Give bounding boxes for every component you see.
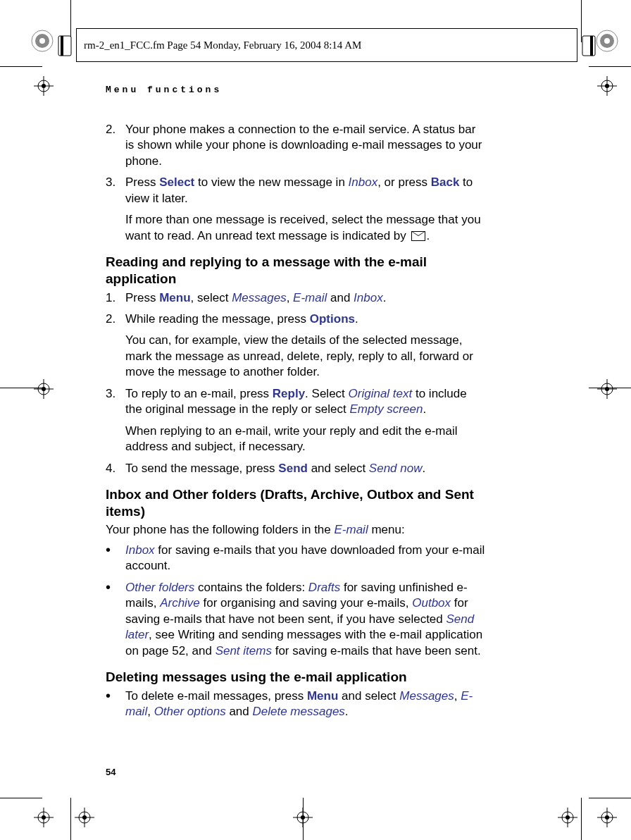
registration-mark-icon [75,808,94,827]
delete-bullets-list: •To delete e-mail messages, press Menu a… [106,688,486,720]
svg-rect-45 [590,36,593,56]
bullet-icon: • [106,543,125,574]
list-item: 4.To send the message, press Send and se… [106,461,486,476]
list-item: 2.Your phone makes a connection to the e… [106,122,486,169]
heading-reading: Reading and replying to a message with t… [106,254,486,288]
list-item: •Inbox for saving e-mails that you have … [106,543,486,574]
step-number: 4. [106,461,125,476]
envelope-icon [411,231,425,241]
intro-steps-list: 2.Your phone makes a connection to the e… [106,122,486,244]
step-number: 3. [106,175,125,244]
step-number: 3. [106,386,125,455]
list-item: •Other folders contains the folders: Dra… [106,580,486,659]
step-number: 1. [106,290,125,306]
registration-mark-icon [597,379,617,399]
page-content: Menu functions 2.Your phone makes a conn… [106,85,486,730]
reading-steps-list: 1.Press Menu, select Messages, E-mail an… [106,290,486,476]
inbox-intro: Your phone has the following folders in … [106,522,486,538]
svg-rect-43 [61,36,63,56]
bullet-icon: • [106,688,125,720]
crop-mark [589,798,631,798]
list-item: 1.Press Menu, select Messages, E-mail an… [106,290,486,306]
crop-mark [70,798,71,840]
crop-mark [589,66,631,67]
print-header: rm-2_en1_FCC.fm Page 54 Monday, February… [76,28,577,62]
step-number: 2. [106,311,125,381]
book-spine-icon [581,35,596,60]
color-target-icon [31,30,54,52]
section-label: Menu functions [106,85,486,95]
svg-rect-44 [582,36,595,56]
heading-inbox: Inbox and Other folders (Drafts, Archive… [106,486,486,520]
color-target-icon [596,30,618,52]
crop-mark [581,798,582,840]
step-number: 2. [106,122,125,169]
registration-mark-icon [34,76,54,96]
page-number: 54 [106,767,115,777]
registration-mark-icon [597,76,617,96]
running-head-text: rm-2_en1_FCC.fm Page 54 Monday, February… [84,39,361,51]
crop-mark [0,66,42,67]
crop-mark [0,798,42,798]
registration-mark-icon [34,379,54,399]
registration-mark-icon [597,808,617,827]
svg-point-38 [39,38,45,44]
heading-deleting: Deleting messages using the e-mail appli… [106,669,486,686]
svg-point-41 [604,38,610,44]
registration-mark-icon [34,808,54,827]
list-item: •To delete e-mail messages, press Menu a… [106,688,486,720]
list-item: 2.While reading the message, press Optio… [106,311,486,381]
bullet-icon: • [106,580,125,659]
list-item: 3.To reply to an e-mail, press Reply. Se… [106,386,486,455]
svg-rect-42 [58,36,71,56]
book-spine-icon [57,35,73,60]
registration-mark-icon [558,808,577,827]
list-item: 3.Press Select to view the new message i… [106,175,486,244]
folder-bullets-list: •Inbox for saving e-mails that you have … [106,543,486,659]
registration-mark-icon [293,808,313,827]
